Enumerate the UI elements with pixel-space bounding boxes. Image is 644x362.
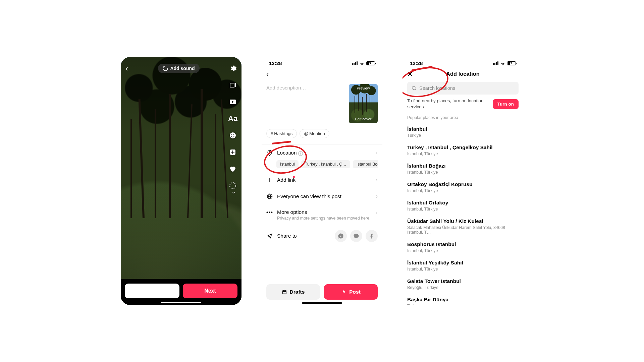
post-footer: Drafts Post (266, 284, 378, 300)
drafts-button[interactable]: Drafts (266, 284, 320, 300)
place-item[interactable]: Bosphorus IstanbulIstanbul, Türkiye (407, 238, 519, 256)
place-item[interactable]: Ortaköy Boğaziçi KöprüsüIstanbul, Türkiy… (407, 178, 519, 196)
text-icon[interactable]: Aa (228, 114, 237, 123)
add-link-row[interactable]: Add link › (266, 172, 378, 188)
places-list: İstanbulTürkiye Turkey , Istanbul , Çeng… (407, 123, 519, 305)
location-pin-icon (266, 149, 273, 156)
stickers-icon[interactable] (228, 131, 237, 140)
signal-icon (352, 61, 358, 65)
next-button[interactable]: Next (183, 284, 237, 298)
home-indicator (161, 302, 201, 303)
home-indicator (302, 302, 342, 304)
svg-point-7 (231, 168, 234, 172)
search-icon (411, 85, 417, 91)
post-screen: 12:28 27 ‹ Add description… Preview Edit… (262, 57, 382, 305)
cover-thumbnail[interactable]: Preview Edit cover (349, 84, 378, 123)
place-item[interactable]: Istanbul OrtakoyIstanbul, Türkiye (407, 196, 519, 215)
at-icon: @ (304, 131, 308, 136)
editor-side-tools: Aa (228, 80, 237, 190)
place-item[interactable]: İstanbul BoğazıIstanbul, Türkiye (407, 160, 519, 178)
effects-icon[interactable] (228, 147, 237, 157)
flip-icon[interactable] (228, 80, 237, 90)
place-item[interactable]: Başka Bir DünyaTurkey (407, 293, 519, 305)
add-sound-button[interactable]: Add sound (158, 64, 199, 73)
chevron-right-icon: › (376, 209, 378, 216)
privacy-row[interactable]: Everyone can view this post › (266, 188, 378, 204)
location-label: Location (277, 150, 297, 156)
back-icon[interactable]: ‹ (266, 70, 269, 79)
place-item[interactable]: İstanbul Yeşilköy SahilIstanbul, Türkiye (407, 256, 519, 275)
battery-icon: 27 (507, 61, 516, 65)
preview-label: Preview (349, 86, 378, 90)
location-services-prompt: To find nearby places, turn on location … (407, 98, 519, 110)
clips-icon[interactable] (228, 97, 237, 107)
signal-icon (493, 61, 499, 65)
editor-bottom-bar: Next (121, 279, 241, 305)
filters-icon[interactable] (228, 164, 237, 174)
close-icon[interactable]: ✕ (407, 70, 413, 78)
place-item[interactable]: Galata Tower IstanbulBeyoğlu, Türkiye (407, 275, 519, 293)
hashtags-chip[interactable]: #Hashtags (266, 129, 297, 138)
loc-pill[interactable]: İstanbul (276, 160, 299, 168)
location-row[interactable]: Locationi › (266, 144, 378, 161)
location-header: ✕ Add location (402, 68, 523, 80)
hash-icon: # (271, 131, 273, 136)
status-time: 12:28 (410, 60, 423, 66)
post-header: ‹ (262, 68, 382, 82)
search-placeholder: Search locations (419, 85, 455, 91)
location-suggestions: İstanbul Turkey , Istanbul , Ç… İstanbul… (276, 160, 378, 168)
message-icon[interactable] (350, 230, 362, 242)
loc-pill[interactable]: İstanbul Boğazı (353, 160, 378, 168)
location-screen: 12:28 27 ✕ Add location Search locations… (402, 57, 523, 305)
description-input[interactable]: Add description… (266, 84, 345, 123)
place-item[interactable]: İstanbulTürkiye (407, 123, 519, 141)
battery-icon: 27 (366, 61, 375, 65)
editor-top-bar: ‹ Add sound (121, 60, 241, 76)
chevron-right-icon: › (376, 176, 378, 183)
more-options-row[interactable]: ••• More options Privacy and more settin… (266, 204, 378, 225)
svg-point-9 (269, 152, 270, 153)
facebook-icon[interactable] (366, 230, 378, 242)
edit-screen: ‹ Add sound Aa ⌄ Next (121, 57, 241, 305)
editor-secondary-button[interactable] (125, 284, 179, 298)
edit-cover-label: Edit cover (349, 117, 378, 121)
globe-icon (266, 193, 273, 200)
svg-rect-11 (282, 291, 286, 294)
status-bar: 12:28 27 (402, 57, 523, 68)
popular-heading: Popular places in your area (407, 115, 519, 120)
chevron-down-icon[interactable]: ⌄ (231, 188, 236, 195)
svg-point-1 (230, 132, 236, 138)
chevron-right-icon: › (376, 193, 378, 200)
svg-point-2 (231, 134, 232, 135)
gear-icon[interactable] (229, 65, 237, 72)
share-icon (266, 233, 273, 239)
add-sound-label: Add sound (170, 66, 195, 71)
page-title: Add location (446, 71, 480, 77)
place-item[interactable]: Turkey , Istanbul , Çengelköy SahilIstan… (407, 141, 519, 160)
svg-point-12 (412, 86, 415, 89)
loc-pill[interactable]: Turkey , Istanbul , Ç… (301, 160, 350, 168)
whatsapp-icon[interactable] (335, 230, 347, 242)
wifi-icon (359, 61, 365, 65)
share-row: Share to (266, 225, 378, 247)
turn-on-button[interactable]: Turn on (493, 99, 519, 109)
wifi-icon (500, 61, 505, 65)
status-time: 12:28 (269, 60, 282, 66)
status-bar: 12:28 27 (262, 57, 382, 68)
info-icon: i (298, 151, 303, 156)
svg-point-3 (233, 134, 234, 135)
place-item[interactable]: Üsküdar Sahil Yolu / Kiz KulesiSalacak M… (407, 215, 519, 238)
plus-icon (266, 177, 273, 183)
chevron-right-icon: › (376, 149, 378, 156)
dots-icon: ••• (266, 209, 273, 216)
notification-dot (293, 176, 295, 178)
mention-chip[interactable]: @Mention (300, 129, 329, 138)
back-icon[interactable]: ‹ (125, 64, 128, 73)
post-button[interactable]: Post (324, 284, 378, 300)
search-input[interactable]: Search locations (407, 82, 519, 95)
